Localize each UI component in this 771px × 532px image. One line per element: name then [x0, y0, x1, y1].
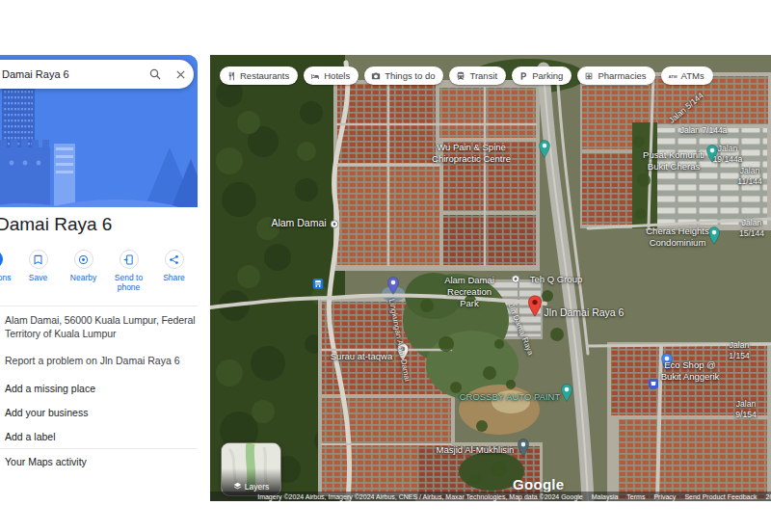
action-label: Directions: [0, 273, 11, 282]
your-maps-activity-link[interactable]: Your Maps activity: [0, 449, 198, 473]
share-button[interactable]: Share: [151, 250, 197, 292]
chip-label: Pharmacies: [598, 70, 646, 81]
send-product-feedback-link[interactable]: Send Product Feedback: [684, 493, 757, 500]
layers-label: Layers: [245, 482, 270, 492]
restaurants-icon: [226, 71, 236, 81]
malaysia-link[interactable]: Malaysia: [592, 493, 619, 500]
crossby-pin[interactable]: [561, 384, 573, 406]
terms-link[interactable]: Terms: [626, 493, 645, 500]
map-canvas[interactable]: RestaurantsHotelsThings to doTransitPark…: [210, 55, 771, 501]
report-problem-link[interactable]: Report a problem on Jln Damai Raya 6: [5, 355, 180, 366]
store-poi-east[interactable]: [649, 375, 658, 392]
chip-pharmacies[interactable]: Pharmacies: [577, 66, 654, 85]
action-label: Share: [163, 273, 185, 282]
address-line-1: Alam Damai, 56000 Kuala Lumpur, Federal: [5, 313, 196, 327]
chip-atms[interactable]: ATMATMs: [661, 66, 713, 85]
directions-button[interactable]: Directions: [0, 250, 15, 292]
save-button[interactable]: Save: [15, 250, 61, 292]
things-to-do-icon: [371, 71, 381, 81]
chip-label: Parking: [532, 70, 563, 81]
alam-damai-stop-marker[interactable]: [331, 215, 339, 232]
cheras-heights-pin[interactable]: [708, 226, 721, 249]
layers-icon: [233, 482, 242, 491]
action-label: Nearby: [70, 273, 96, 282]
nearby-icon: [74, 250, 93, 269]
google-logo: Google: [513, 476, 564, 492]
svg-text:ATM: ATM: [668, 74, 677, 79]
parking-icon: [518, 71, 528, 81]
place-title: Damai Raya 6: [0, 214, 112, 235]
add-a-label-link[interactable]: Add a label: [0, 424, 198, 448]
action-label: Send to phone: [106, 273, 151, 292]
attribution-bar: Imagery ©2024 Airbus, Imagery ©2024 Airb…: [210, 492, 771, 501]
add-your-business-link[interactable]: Add your business: [0, 400, 198, 424]
atms-icon: ATM: [668, 71, 678, 81]
chip-label: ATMs: [681, 70, 705, 81]
send-to-phone-icon: [120, 250, 139, 269]
google-maps-app: Damai Raya 6 DirectionsSaveNearbySend to…: [0, 0, 771, 532]
action-buttons: DirectionsSaveNearbySend to phoneShare: [0, 250, 198, 292]
chip-transit[interactable]: Transit: [449, 66, 506, 85]
category-chips: RestaurantsHotelsThings to doTransitPark…: [220, 66, 713, 85]
chip-parking[interactable]: Parking: [512, 66, 572, 85]
privacy-link[interactable]: Privacy: [653, 493, 676, 500]
add-a-missing-place-link[interactable]: Add a missing place: [0, 376, 198, 400]
chip-things-to-do[interactable]: Things to do: [364, 66, 443, 85]
search-input[interactable]: [0, 68, 142, 80]
share-icon: [165, 250, 184, 269]
destination-pin[interactable]: [528, 295, 543, 321]
save-icon: [29, 250, 48, 269]
chip-restaurants[interactable]: Restaurants: [220, 66, 298, 85]
pusat-komuniti-pin[interactable]: [706, 145, 719, 167]
search-box: [0, 60, 194, 89]
address-line-2: Territory of Kuala Lumpur: [5, 327, 196, 340]
place-panel: Damai Raya 6 DirectionsSaveNearbySend to…: [0, 55, 198, 501]
place-address: Alam Damai, 56000 Kuala Lumpur, Federal …: [5, 313, 196, 340]
layers-button[interactable]: Layers: [221, 442, 281, 496]
chip-label: Things to do: [385, 70, 435, 81]
transit-icon: [456, 71, 465, 81]
divider: [0, 306, 198, 306]
search-icon[interactable]: [142, 68, 168, 80]
send-to-phone-button[interactable]: Send to phone: [106, 250, 151, 292]
purple-poi-pin[interactable]: [387, 277, 400, 299]
scale-indicator: 200 ft: [765, 493, 771, 500]
chip-label: Restaurants: [240, 70, 289, 81]
surau-pin[interactable]: [397, 343, 410, 365]
directions-icon: [0, 250, 3, 269]
pharmacies-icon: [584, 71, 594, 81]
chip-label: Hotels: [324, 70, 350, 81]
wu-pain-pin[interactable]: [539, 140, 551, 162]
teh-q-stop-marker[interactable]: [512, 270, 520, 287]
imagery-attribution: Imagery ©2024 Airbus, Imagery ©2024 Airb…: [257, 493, 583, 500]
eco-shop-pin[interactable]: [661, 353, 674, 375]
action-label: Save: [29, 273, 47, 282]
chip-label: Transit: [469, 70, 497, 81]
hotels-icon: [310, 71, 320, 81]
satellite-imagery: [210, 55, 771, 501]
close-icon[interactable]: [168, 69, 194, 80]
nearby-button[interactable]: Nearby: [61, 250, 106, 292]
attribution-links: MalaysiaTermsPrivacySend Product Feedbac…: [592, 493, 758, 500]
bus-stop-west[interactable]: [313, 276, 324, 293]
chip-hotels[interactable]: Hotels: [304, 66, 359, 85]
masjid-pin[interactable]: [518, 439, 530, 461]
place-links: Add a missing placeAdd your businessAdd …: [0, 376, 198, 473]
